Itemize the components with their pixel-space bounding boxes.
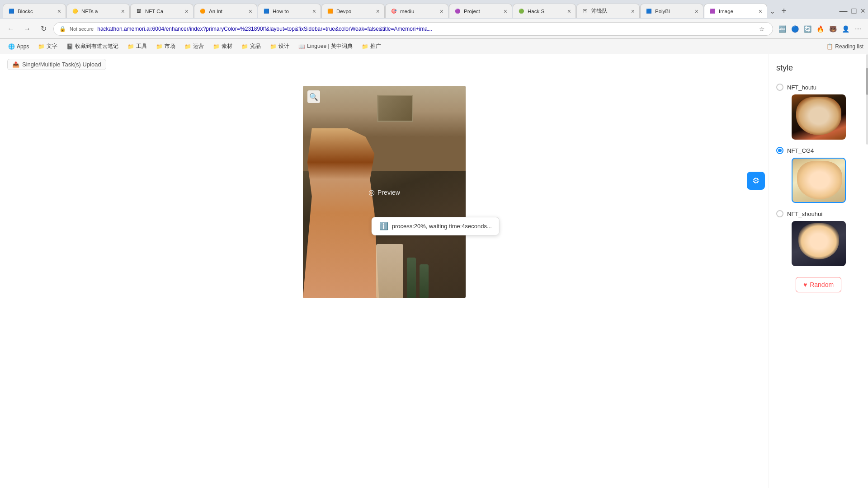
tab-image[interactable]: 🟪 Image × <box>704 4 767 18</box>
upload-label-text: Single/Multiple Task(s) Upload <box>22 61 101 68</box>
style-radio-row-shouhui: NFT_shouhui <box>776 210 822 217</box>
upload-icon: 📤 <box>12 61 19 68</box>
settings-icon: ⚙ <box>752 176 760 186</box>
process-text: process:20%, waiting time:4seconds... <box>392 223 492 230</box>
style-radio-shouhui[interactable] <box>776 210 783 217</box>
style-item-houtu: NFT_houtu <box>776 84 861 140</box>
settings-dots-icon[interactable]: ⋯ <box>853 23 863 34</box>
preview-image: 🔍 ◎ Preview <box>303 86 466 298</box>
tab-favicon-mediu: 🎯 <box>390 8 397 15</box>
style-radio-cg4[interactable] <box>776 147 783 154</box>
tab-chong[interactable]: ⛩ 沖锋队 × <box>576 4 640 18</box>
bookmark-apps[interactable]: 🌐 Apps <box>5 42 33 52</box>
tab-nftca[interactable]: 🖼 NFT Ca × <box>130 4 193 18</box>
tab-polybl[interactable]: 🟦 PolyBl × <box>640 4 703 18</box>
tab-devpo[interactable]: 🟧 Devpo × <box>321 4 385 18</box>
bookmark-promo-label: 推广 <box>370 42 381 50</box>
tab-favicon-image: 🟪 <box>709 8 716 15</box>
address-field[interactable]: 🔒 Not secure hackathon.amemori.ai:6004/e… <box>53 22 773 36</box>
bookmark-products[interactable]: 📁 宽品 <box>238 41 264 52</box>
bookmark-material-label: 素材 <box>222 42 232 50</box>
process-tooltip: ℹ️ process:20%, waiting time:4seconds... <box>372 217 500 235</box>
extension-icon-3[interactable]: 🔄 <box>802 23 813 34</box>
bookmark-ops[interactable]: 📁 运营 <box>181 41 208 52</box>
reading-list-button[interactable]: 📋 Reading list <box>826 43 863 50</box>
tab-close-howto[interactable]: × <box>312 8 316 15</box>
bookmark-products-label: 宽品 <box>250 42 261 50</box>
promo-icon: 📁 <box>362 43 368 50</box>
bookmark-apps-label: Apps <box>17 43 29 50</box>
style-image-houtu[interactable] <box>792 94 846 140</box>
browser-chrome: 🟦 Blockc × 🟡 NFTs a × 🖼 NFT Ca × 🟠 An In… <box>0 0 868 54</box>
tab-close-nftsa[interactable]: × <box>121 8 125 15</box>
bookmark-design[interactable]: 📁 设计 <box>266 41 293 52</box>
right-sidebar: style NFT_houtu NFT_CG4 NFT_shouhui <box>769 54 868 488</box>
tab-favicon-nftca: 🖼 <box>135 8 142 15</box>
tab-close-project[interactable]: × <box>504 8 507 15</box>
tab-title-howto: How to <box>273 9 310 14</box>
extension-icon-2[interactable]: 🔵 <box>789 23 800 34</box>
tab-close-mediu[interactable]: × <box>440 8 443 15</box>
bookmark-material[interactable]: 📁 素材 <box>209 41 236 52</box>
preview-text: Preview <box>377 188 400 196</box>
style-image-cg4[interactable] <box>792 158 846 203</box>
style-radio-row-houtu: NFT_houtu <box>776 84 816 91</box>
bookmark-star-icon[interactable]: ☆ <box>756 23 767 34</box>
tab-close-anint[interactable]: × <box>249 8 252 15</box>
back-button[interactable]: ← <box>5 23 17 35</box>
page-content: 📤 Single/Multiple Task(s) Upload <box>0 54 868 488</box>
bookmark-design-label: 设计 <box>278 42 289 50</box>
tab-title-project: Project <box>464 9 501 14</box>
tab-title-mediu: mediu <box>400 9 437 14</box>
tab-nftsa[interactable]: 🟡 NFTs a × <box>66 4 130 18</box>
bookmark-promo[interactable]: 📁 推广 <box>358 41 385 52</box>
tab-close-devpo[interactable]: × <box>376 8 380 15</box>
style-radio-houtu[interactable] <box>776 84 783 91</box>
tab-mediu[interactable]: 🎯 mediu × <box>385 4 448 18</box>
minimize-button[interactable]: — <box>840 6 848 16</box>
style-section-title: style <box>776 63 861 73</box>
new-tab-button[interactable]: + <box>778 5 790 17</box>
settings-floating-button[interactable]: ⚙ <box>747 172 765 190</box>
tab-hacks[interactable]: 🟢 Hack S × <box>513 4 576 18</box>
profile-icon[interactable]: 👤 <box>840 23 851 34</box>
tab-howto[interactable]: 🟦 How to × <box>258 4 321 18</box>
material-icon: 📁 <box>213 43 220 50</box>
tab-close-nftca[interactable]: × <box>185 8 189 15</box>
random-button[interactable]: ♥ Random <box>796 277 841 292</box>
style-name-houtu: NFT_houtu <box>787 84 816 91</box>
bookmark-wenzi[interactable]: 📁 文字 <box>34 41 61 52</box>
tab-title-blockc: Blockc <box>18 9 55 14</box>
bookmark-notes[interactable]: 📓 收藏到有道云笔记 <box>63 41 122 52</box>
bookmark-market[interactable]: 📁 市场 <box>152 41 179 52</box>
bookmark-linguee[interactable]: 📖 Linguee | 英中词典 <box>295 41 356 52</box>
upload-task-button[interactable]: 📤 Single/Multiple Task(s) Upload <box>7 59 106 70</box>
tab-favicon-anint: 🟠 <box>199 8 206 15</box>
reading-list-icon: 📋 <box>826 43 833 50</box>
address-bar: ← → ↻ 🔒 Not secure hackathon.amemori.ai:… <box>0 19 868 39</box>
refresh-button[interactable]: ↻ <box>37 23 50 35</box>
zoom-button[interactable]: 🔍 <box>307 90 320 103</box>
tab-anint[interactable]: 🟠 An Int × <box>194 4 257 18</box>
tab-close-image[interactable]: × <box>759 8 762 15</box>
maximize-button[interactable]: □ <box>852 6 857 16</box>
products-icon: 📁 <box>241 43 248 50</box>
style-image-shouhui[interactable] <box>792 221 846 266</box>
extension-icon-4[interactable]: 🔥 <box>815 23 826 34</box>
bottle-2 <box>420 264 429 298</box>
tab-blockc[interactable]: 🟦 Blockc × <box>3 4 66 18</box>
tab-close-chong[interactable]: × <box>631 8 635 15</box>
tab-close-blockc[interactable]: × <box>57 8 61 15</box>
bookmark-tools[interactable]: 📁 工具 <box>124 41 151 52</box>
close-button[interactable]: × <box>860 6 865 16</box>
tab-overflow-button[interactable]: ⌄ <box>769 7 775 15</box>
lock-icon: 🔒 <box>59 26 66 32</box>
tab-close-hacks[interactable]: × <box>567 8 571 15</box>
apps-icon: 🌐 <box>8 43 15 50</box>
extension-icon-1[interactable]: 🔤 <box>777 23 788 34</box>
forward-button[interactable]: → <box>21 23 33 35</box>
tab-title-hacks: Hack S <box>528 9 565 14</box>
extension-icon-5[interactable]: 🐻 <box>827 23 838 34</box>
tab-project[interactable]: 🟣 Project × <box>449 4 512 18</box>
tab-close-polybl[interactable]: × <box>695 8 698 15</box>
